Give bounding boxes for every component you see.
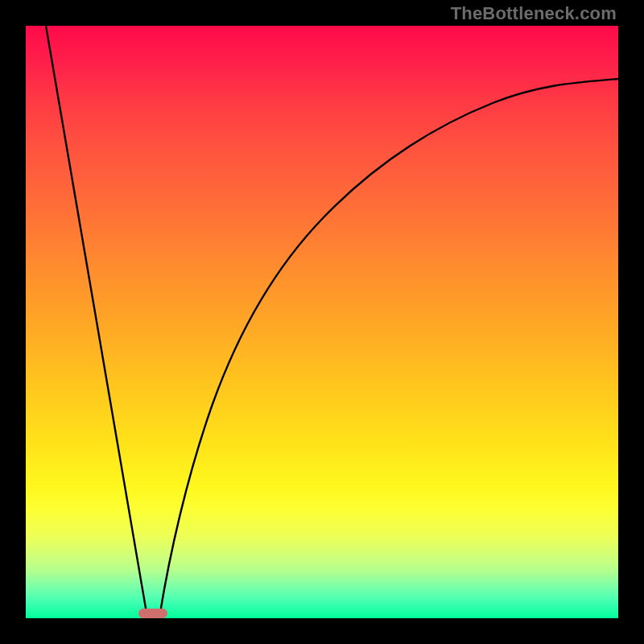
curve-left-branch [46,26,147,617]
watermark-text: TheBottleneck.com [451,3,617,24]
curve-layer [26,26,618,618]
plot-area [26,26,618,618]
chart-frame: TheBottleneck.com [0,0,644,644]
bottleneck-marker [138,609,167,618]
curve-right-branch [159,79,618,617]
